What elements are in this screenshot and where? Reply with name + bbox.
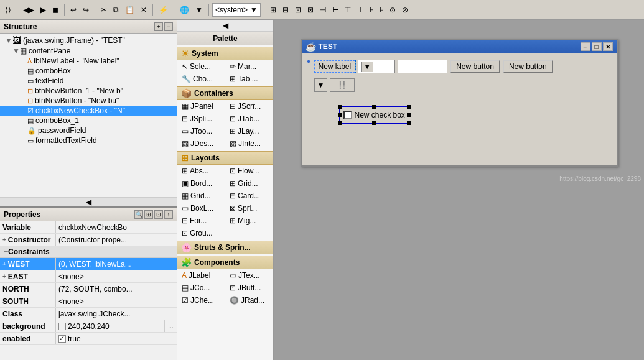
props-btn-4[interactable]: ↕ [164, 210, 173, 219]
toolbar-btn-stop[interactable]: ◼ [50, 4, 61, 16]
toolbar-btn-redo[interactable]: ↪ [80, 4, 91, 16]
palette-section-header-system[interactable]: ☀ System [177, 47, 273, 60]
palette-item-tab[interactable]: ⊞ Tab ... [225, 73, 273, 85]
tree-item-btn1[interactable]: ⊡ btnNewButton_1 - "New b" [0, 86, 177, 96]
tree-item-label[interactable]: A lblNewLabel - "New label" [0, 56, 177, 66]
structure-btn-add[interactable]: + [154, 22, 163, 31]
tree-toggle[interactable]: ▼ [12, 47, 20, 55]
palette-item-group[interactable]: ⊡ Grou... [177, 227, 225, 239]
prop-row-east[interactable]: +EAST <none> [0, 270, 177, 283]
close-btn[interactable]: ✕ [603, 42, 613, 51]
tree-item-jframe[interactable]: ▼ 🖼 (javax.swing.JFrame) - "TEST" [0, 35, 177, 46]
toolbar-btn-globe-arrow[interactable]: ▼ [193, 4, 205, 16]
toolbar-btn-1[interactable]: ⟨⟩ [2, 4, 14, 16]
palette-item-flow[interactable]: ⊡ Flow... [225, 165, 273, 177]
resize-tr[interactable] [407, 105, 411, 109]
palette-item-jtex[interactable]: ▭ JTex... [225, 269, 273, 282]
minimize-btn[interactable]: − [581, 42, 590, 51]
props-btn-2[interactable]: ⊞ [144, 210, 153, 219]
palette-item-jdesktop[interactable]: ▧ JDes... [177, 137, 225, 150]
swing-new-label[interactable]: New label [314, 60, 356, 73]
toolbar-btn-arrow[interactable]: ◀▶ [21, 4, 37, 16]
enabled-checkbox[interactable] [58, 335, 66, 343]
palette-item-abs[interactable]: ⊞ Abs... [177, 165, 225, 177]
palette-item-jlabel[interactable]: A JLabel [177, 269, 225, 282]
palette-item-jpanel[interactable]: ▦ JPanel [177, 100, 225, 113]
palette-item-jbutt[interactable]: ⊡ JButt... [225, 282, 273, 294]
tree-item-textfield[interactable]: ▭ textField [0, 76, 177, 86]
tree-item-formatted[interactable]: ▭ formattedTextField [0, 136, 177, 145]
toolbar-btn-globe[interactable]: 🌐 [177, 4, 192, 16]
align-btn-2[interactable]: ⊟ [280, 4, 291, 16]
palette-item-jlay[interactable]: ⊞ JLay... [225, 125, 273, 137]
toolbar-btn-delete[interactable]: ✕ [138, 4, 149, 16]
tree-item-checkbox[interactable]: ☑ chckbxNewCheckBox - "N" [0, 106, 177, 116]
prop-row-south[interactable]: SOUTH <none> [0, 295, 177, 308]
prop-row-west[interactable]: +WEST (0, WEST, lblNewLa... [0, 258, 177, 270]
resize-tc[interactable] [372, 105, 376, 109]
resize-bl[interactable] [338, 121, 342, 125]
swing-textfield[interactable] [398, 60, 447, 73]
palette-item-spring[interactable]: ⊠ Spri... [225, 202, 273, 215]
align-btn-5[interactable]: ⊣ [317, 4, 329, 16]
palette-item-jtab[interactable]: ⊡ JTab... [225, 113, 273, 125]
combobox-arrow[interactable]: ▼ [361, 62, 373, 72]
align-btn-7[interactable]: ⊤ [342, 4, 353, 16]
palette-item-mig[interactable]: ⊞ Mig... [225, 215, 273, 227]
palette-item-select[interactable]: ↖ Sele... [177, 60, 225, 73]
props-btn-1[interactable]: 🔍 [134, 210, 143, 219]
palette-item-form[interactable]: ⊟ For... [177, 215, 225, 227]
align-btn-3[interactable]: ⊡ [292, 4, 304, 16]
palette-item-gridp[interactable]: ⊞ Grid... [225, 177, 273, 190]
prop-row-enabled[interactable]: enabled true [0, 333, 177, 345]
swing-checkbox[interactable] [343, 111, 352, 119]
align-btn-11[interactable]: ⊙ [387, 4, 398, 16]
prop-row-class[interactable]: Class javax.swing.JCheck... [0, 308, 177, 320]
palette-item-choose[interactable]: 🔧 Cho... [177, 73, 225, 85]
tree-item-contentpane[interactable]: ▼ ▦ contentPane [0, 46, 177, 56]
palette-item-jsplit[interactable]: ⊟ JSpli... [177, 113, 225, 125]
align-btn-9[interactable]: ⊦ [367, 4, 376, 16]
swing-combobox[interactable]: ▼ [358, 60, 395, 73]
toolbar-btn-undo[interactable]: ↩ [68, 4, 79, 16]
prop-more-bg[interactable]: ... [164, 320, 177, 332]
palette-item-border[interactable]: ▣ Bord... [177, 177, 225, 190]
maximize-btn[interactable]: □ [592, 42, 602, 51]
toolbar-btn-cut[interactable]: ✂ [98, 4, 110, 16]
swing-mini-arrow[interactable]: ▼ [314, 78, 328, 92]
align-btn-12[interactable]: ⊘ [399, 4, 411, 16]
palette-item-marker[interactable]: ✏ Mar... [225, 60, 273, 73]
palette-nav-up[interactable]: ◀ [177, 20, 273, 32]
prop-row-north[interactable]: NORTH (72, SOUTH, combo... [0, 283, 177, 295]
resize-ml[interactable] [338, 113, 342, 117]
palette-item-jrad[interactable]: 🔘 JRad... [225, 294, 273, 307]
palette-item-jco[interactable]: ▤ JCo... [177, 282, 225, 294]
palette-section-header-containers[interactable]: 📦 Containers [177, 86, 273, 100]
palette-item-boxl[interactable]: ▭ BoxL... [177, 202, 225, 215]
prop-row-constructor[interactable]: +Constructor (Constructor prope... [0, 234, 177, 246]
toolbar-btn-flash[interactable]: ⚡ [156, 4, 170, 16]
tree-item-btn2[interactable]: ⊡ btnNewButton - "New bu" [0, 96, 177, 106]
palette-item-card[interactable]: ⊟ Card... [225, 190, 273, 202]
palette-section-header-components[interactable]: 🧩 Components [177, 256, 273, 269]
palette-item-grid[interactable]: ▦ Grid... [177, 190, 225, 202]
resize-br[interactable] [407, 121, 411, 125]
swing-new-button-2[interactable]: New button [503, 60, 553, 73]
tree-toggle[interactable]: ▼ [5, 36, 12, 45]
tree-item-password[interactable]: 🔒 passwordField [0, 126, 177, 136]
palette-item-jche[interactable]: ☑ JChe... [177, 294, 225, 307]
swing-checkbox-area[interactable]: New check box [339, 106, 409, 124]
tree-item-combo[interactable]: ▤ comboBox [0, 66, 177, 76]
system-dropdown[interactable]: <system> ▼ [212, 3, 261, 17]
resize-mr[interactable] [407, 113, 411, 117]
props-btn-3[interactable]: ⊡ [154, 210, 163, 219]
align-btn-4[interactable]: ⊠ [305, 4, 316, 16]
swing-new-button-1[interactable]: New button [450, 60, 500, 73]
toolbar-btn-run[interactable]: ▶ [38, 4, 49, 16]
palette-section-header-struts[interactable]: 🌸 Struts & Sprin... [177, 241, 273, 254]
palette-section-header-layouts[interactable]: ⊞ Layouts [177, 151, 273, 165]
palette-item-jscroll[interactable]: ⊟ JScrr... [225, 100, 273, 113]
tree-item-combo1[interactable]: ▤ comboBox_1 [0, 116, 177, 126]
align-btn-1[interactable]: ⊞ [268, 4, 279, 16]
align-btn-8[interactable]: ⊥ [355, 4, 366, 16]
